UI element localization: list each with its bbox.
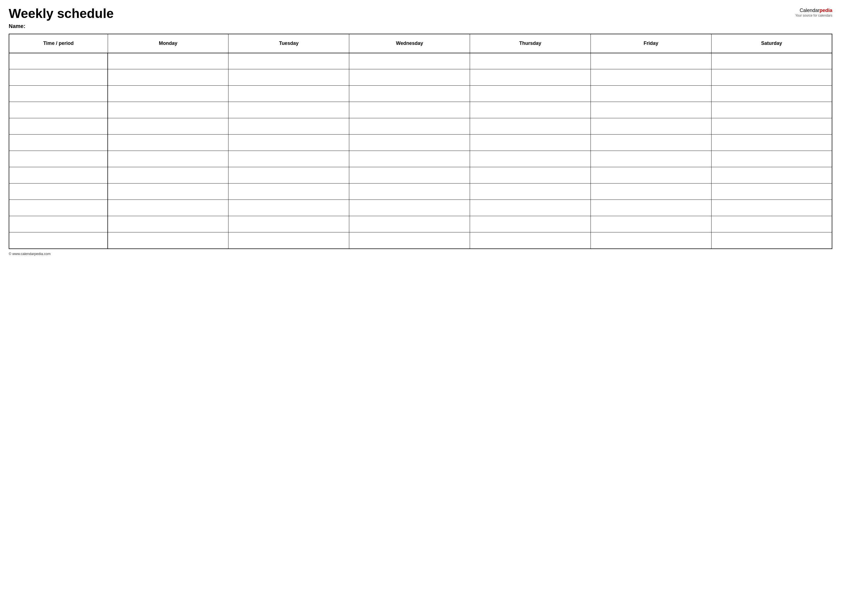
schedule-cell[interactable] <box>228 135 349 151</box>
schedule-cell[interactable] <box>108 102 228 118</box>
time-cell[interactable] <box>9 183 108 200</box>
schedule-cell[interactable] <box>591 118 711 135</box>
table-row <box>9 86 832 102</box>
time-cell[interactable] <box>9 118 108 135</box>
schedule-cell[interactable] <box>349 151 470 167</box>
schedule-cell[interactable] <box>108 53 228 69</box>
schedule-cell[interactable] <box>470 200 591 216</box>
table-header-row: Time / period Monday Tuesday Wednesday T… <box>9 34 832 53</box>
schedule-cell[interactable] <box>228 216 349 232</box>
table-row <box>9 118 832 135</box>
schedule-cell[interactable] <box>108 135 228 151</box>
schedule-cell[interactable] <box>108 69 228 86</box>
schedule-cell[interactable] <box>228 69 349 86</box>
schedule-cell[interactable] <box>108 183 228 200</box>
schedule-cell[interactable] <box>349 135 470 151</box>
time-cell[interactable] <box>9 232 108 249</box>
schedule-cell[interactable] <box>470 135 591 151</box>
schedule-cell[interactable] <box>591 183 711 200</box>
schedule-cell[interactable] <box>349 216 470 232</box>
schedule-cell[interactable] <box>591 151 711 167</box>
schedule-cell[interactable] <box>228 167 349 183</box>
schedule-cell[interactable] <box>591 86 711 102</box>
schedule-cell[interactable] <box>228 102 349 118</box>
table-row <box>9 102 832 118</box>
header-tuesday: Tuesday <box>228 34 349 53</box>
time-cell[interactable] <box>9 135 108 151</box>
schedule-cell[interactable] <box>711 232 832 249</box>
schedule-cell[interactable] <box>711 151 832 167</box>
logo-pedia: pedia <box>819 7 832 13</box>
schedule-cell[interactable] <box>108 216 228 232</box>
schedule-cell[interactable] <box>591 232 711 249</box>
schedule-cell[interactable] <box>108 118 228 135</box>
header-wednesday: Wednesday <box>349 34 470 53</box>
footer: © www.calendarpedia.com <box>9 252 832 256</box>
schedule-cell[interactable] <box>228 53 349 69</box>
schedule-cell[interactable] <box>108 86 228 102</box>
schedule-cell[interactable] <box>349 86 470 102</box>
schedule-cell[interactable] <box>228 200 349 216</box>
schedule-cell[interactable] <box>349 183 470 200</box>
schedule-cell[interactable] <box>349 200 470 216</box>
logo-subtitle: Your source for calendars <box>795 13 832 18</box>
schedule-cell[interactable] <box>711 118 832 135</box>
time-cell[interactable] <box>9 151 108 167</box>
schedule-cell[interactable] <box>470 53 591 69</box>
schedule-cell[interactable] <box>711 69 832 86</box>
schedule-cell[interactable] <box>349 232 470 249</box>
schedule-cell[interactable] <box>228 183 349 200</box>
schedule-cell[interactable] <box>228 232 349 249</box>
schedule-cell[interactable] <box>591 53 711 69</box>
schedule-cell[interactable] <box>108 200 228 216</box>
schedule-cell[interactable] <box>108 167 228 183</box>
schedule-cell[interactable] <box>349 53 470 69</box>
schedule-cell[interactable] <box>349 102 470 118</box>
time-cell[interactable] <box>9 200 108 216</box>
schedule-cell[interactable] <box>349 69 470 86</box>
schedule-cell[interactable] <box>108 151 228 167</box>
schedule-cell[interactable] <box>349 167 470 183</box>
schedule-cell[interactable] <box>591 200 711 216</box>
schedule-cell[interactable] <box>591 135 711 151</box>
schedule-cell[interactable] <box>591 102 711 118</box>
time-cell[interactable] <box>9 102 108 118</box>
time-cell[interactable] <box>9 69 108 86</box>
table-row <box>9 167 832 183</box>
schedule-cell[interactable] <box>711 53 832 69</box>
time-cell[interactable] <box>9 216 108 232</box>
schedule-cell[interactable] <box>591 216 711 232</box>
name-label: Name: <box>9 23 832 29</box>
logo-text: Calendarpedia <box>795 7 832 13</box>
header-time-period: Time / period <box>9 34 108 53</box>
schedule-cell[interactable] <box>711 216 832 232</box>
time-cell[interactable] <box>9 53 108 69</box>
schedule-cell[interactable] <box>228 86 349 102</box>
schedule-cell[interactable] <box>108 232 228 249</box>
time-cell[interactable] <box>9 167 108 183</box>
schedule-cell[interactable] <box>470 118 591 135</box>
schedule-cell[interactable] <box>591 69 711 86</box>
time-cell[interactable] <box>9 86 108 102</box>
schedule-cell[interactable] <box>711 183 832 200</box>
schedule-cell[interactable] <box>470 183 591 200</box>
schedule-cell[interactable] <box>228 151 349 167</box>
schedule-cell[interactable] <box>228 118 349 135</box>
schedule-cell[interactable] <box>470 151 591 167</box>
schedule-cell[interactable] <box>711 200 832 216</box>
schedule-cell[interactable] <box>470 102 591 118</box>
schedule-cell[interactable] <box>470 232 591 249</box>
schedule-cell[interactable] <box>470 86 591 102</box>
header-thursday: Thursday <box>470 34 591 53</box>
schedule-cell[interactable] <box>349 118 470 135</box>
schedule-cell[interactable] <box>470 69 591 86</box>
schedule-cell[interactable] <box>711 167 832 183</box>
schedule-cell[interactable] <box>711 102 832 118</box>
schedule-cell[interactable] <box>591 167 711 183</box>
page-header: Weekly schedule Calendarpedia Your sourc… <box>9 6 832 21</box>
schedule-cell[interactable] <box>470 216 591 232</box>
page-title: Weekly schedule <box>9 6 114 21</box>
schedule-cell[interactable] <box>711 135 832 151</box>
schedule-cell[interactable] <box>470 167 591 183</box>
schedule-cell[interactable] <box>711 86 832 102</box>
